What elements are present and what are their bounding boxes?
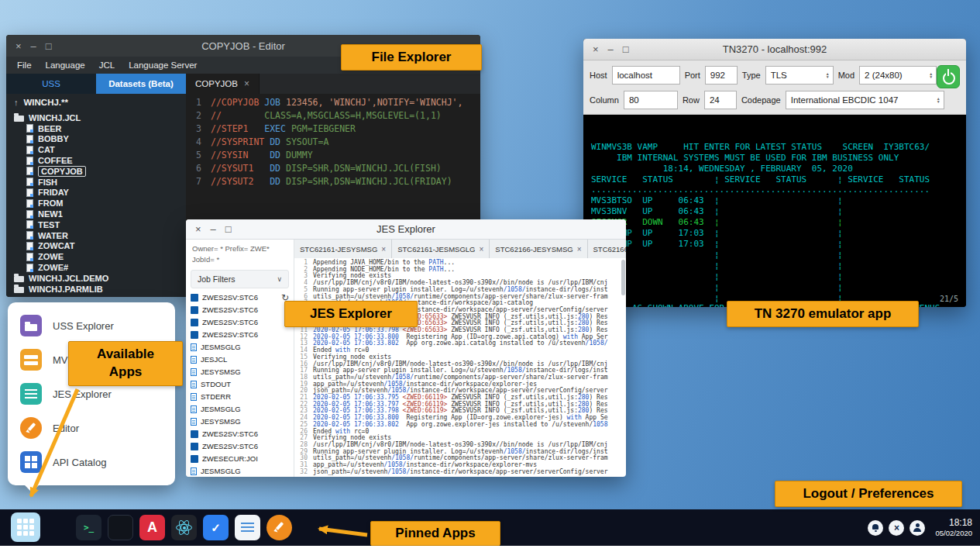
react-sample-app[interactable] bbox=[171, 515, 197, 540]
jes-tab-stc62161-jesysmsg[interactable]: STC62161-JESYSMSG× bbox=[294, 240, 392, 258]
jes-titlebar[interactable]: × – □ JES Explorer bbox=[186, 219, 626, 240]
close-icon[interactable]: × bbox=[195, 223, 201, 235]
jes-spool-item[interactable]: STDERR bbox=[186, 391, 294, 403]
menu-jcl[interactable]: JCL bbox=[93, 60, 121, 70]
tab-datasets-beta[interactable]: Datasets (Beta) bbox=[96, 74, 186, 94]
tree-folder-winchj-jcl[interactable]: WINCHJ.JCL bbox=[6, 112, 186, 123]
tree-folder-winchj-jcl-demo[interactable]: WINCHJ.JCL.DEMO bbox=[6, 273, 186, 284]
jes-spool-item[interactable]: JESYSMSG bbox=[186, 366, 294, 378]
maximize-icon[interactable]: □ bbox=[225, 223, 232, 235]
tree-label: WATER bbox=[38, 231, 68, 240]
jes-spool-item[interactable]: JESMSGLG bbox=[186, 465, 294, 477]
jes-job-item[interactable]: ZWES2SV:STC6↻ bbox=[186, 292, 294, 304]
jes-job-item[interactable]: ZWES2SV:STC6 bbox=[186, 329, 294, 341]
menu-file[interactable]: File bbox=[11, 60, 38, 70]
jes-job-item[interactable]: ZWES2SV:STC6 bbox=[186, 316, 294, 329]
workflows-app[interactable] bbox=[235, 515, 260, 540]
jes-spool-item[interactable]: JESMSGLG bbox=[186, 403, 294, 416]
jes-row-label: ZWESECUR:JOI bbox=[202, 454, 258, 463]
job-icon bbox=[191, 319, 198, 326]
app-tray-item-api-catalog[interactable]: API Catalog bbox=[8, 445, 175, 479]
menu-language-server[interactable]: Language Server bbox=[122, 60, 203, 70]
job-output-viewer[interactable]: 1Appending JAVA_HOME/bin to the PATH...2… bbox=[294, 258, 626, 477]
vt-terminal-app[interactable] bbox=[108, 515, 133, 540]
dataset-tree: WINCHJ.JCLBEERBOBBYCATCOFFEECOPYJOBFISHF… bbox=[6, 111, 186, 297]
close-icon[interactable]: × bbox=[15, 40, 22, 52]
tree-label: ZOWE bbox=[38, 252, 64, 261]
logout-button[interactable]: × bbox=[889, 520, 904, 536]
tn-codepage-select[interactable]: International EBCDIC 1047▲▼ bbox=[786, 91, 944, 109]
file-icon bbox=[26, 124, 33, 133]
minimize-icon[interactable]: – bbox=[211, 223, 216, 235]
tree-file-copyjob[interactable]: COPYJOB bbox=[6, 166, 186, 177]
angular-sample-app[interactable]: A bbox=[139, 515, 165, 540]
tn-mod-select[interactable]: 2 (24x80)▲▼ bbox=[859, 66, 937, 85]
dataset-filter[interactable]: ↑ WINCHJ.** bbox=[6, 94, 186, 111]
tree-file-zowe[interactable]: ZOWE# bbox=[6, 262, 186, 273]
tree-file-cat[interactable]: CAT bbox=[6, 144, 186, 155]
tab-uss[interactable]: USS bbox=[6, 74, 96, 94]
menu-language[interactable]: Language bbox=[40, 60, 91, 70]
tree-file-new1[interactable]: NEW1 bbox=[6, 209, 186, 219]
tree-file-water[interactable]: WATER bbox=[6, 230, 186, 241]
file-icon bbox=[26, 157, 33, 165]
minimize-icon[interactable]: – bbox=[31, 40, 36, 52]
tn-row-input[interactable] bbox=[704, 91, 737, 109]
notifications-button[interactable] bbox=[868, 520, 883, 536]
power-button[interactable] bbox=[937, 65, 960, 88]
tree-file-bobby[interactable]: BOBBY bbox=[6, 134, 186, 145]
jes-job-item[interactable]: ZWES2SV:STC6 bbox=[186, 440, 294, 453]
jes-window-title: JES Explorer bbox=[186, 223, 626, 235]
api-catalog-icon bbox=[20, 451, 42, 473]
tree-file-beer[interactable]: BEER bbox=[6, 123, 186, 134]
close-tab-icon[interactable]: × bbox=[480, 245, 484, 254]
code-editor[interactable]: 1//COPYJOB JOB 123456, 'WINCHJ',NOTIFY='… bbox=[186, 94, 480, 188]
editor-tab-copyjob[interactable]: COPYJOB × bbox=[186, 74, 260, 94]
preferences-button[interactable] bbox=[910, 520, 925, 536]
scrollbar[interactable] bbox=[621, 260, 625, 295]
jes-tab-stc62161-jesmsglg[interactable]: STC62161-JESMSGLG× bbox=[392, 240, 490, 258]
log-line: 32json_path=/u/stevenh/1058/instance-dir… bbox=[294, 469, 626, 476]
jes-job-item[interactable]: ZWESECUR:JOI bbox=[186, 453, 294, 465]
jes-spool-item[interactable]: JESJCL bbox=[186, 354, 294, 366]
app-tray-item-editor[interactable]: Editor bbox=[8, 411, 175, 445]
tn3270-terminal[interactable]: WINMVS3B VAMP HIT ENTER FOR LATEST STATU… bbox=[583, 115, 966, 307]
jes-spool-item[interactable]: JESYSMSG bbox=[186, 416, 294, 428]
minimize-icon[interactable]: – bbox=[608, 43, 614, 55]
tree-file-zowe[interactable]: ZOWE bbox=[6, 251, 186, 262]
tree-folder-winchj-parmlib[interactable]: WINCHJ.PARMLIB bbox=[6, 284, 186, 295]
jes-tab-stc62166-jesysmsg[interactable]: STC62166-JESYSMSG× bbox=[490, 240, 587, 258]
tree-file-fish[interactable]: FISH bbox=[6, 177, 186, 188]
tn3270-terminal-app[interactable]: >_ bbox=[76, 515, 101, 540]
jes-jobid: JobId= * bbox=[192, 254, 287, 265]
jes-row-label: STDERR bbox=[201, 392, 231, 401]
tree-file-friday[interactable]: FRIDAY bbox=[6, 188, 186, 198]
jes-job-item[interactable]: ZWES2SV:STC6 bbox=[186, 428, 294, 440]
close-tab-icon[interactable]: × bbox=[381, 245, 386, 254]
editor-app[interactable] bbox=[266, 515, 292, 540]
tn-type-select[interactable]: TLS▲▼ bbox=[765, 66, 834, 85]
close-tab-icon[interactable]: × bbox=[577, 245, 582, 254]
close-icon[interactable]: × bbox=[593, 43, 599, 55]
jes-job-item[interactable]: ZWES2SV:STC6 bbox=[186, 304, 294, 316]
callout-logout-preferences: Logout / Preferences bbox=[775, 481, 962, 507]
mvs-explorer-icon bbox=[20, 349, 42, 371]
tree-file-from[interactable]: FROM bbox=[6, 198, 186, 209]
tn-column-input[interactable] bbox=[624, 91, 678, 109]
job-filters-dropdown[interactable]: Job Filters ∨ bbox=[191, 270, 289, 288]
tree-file-coffee[interactable]: COFFEE bbox=[6, 155, 186, 166]
tree-file-test[interactable]: TEST bbox=[6, 219, 186, 230]
jes-tab-stc62166-jesm[interactable]: STC62166-JESM× bbox=[588, 240, 626, 258]
tn3270-titlebar[interactable]: × – □ TN3270 - localhost:992 bbox=[583, 39, 966, 60]
jes-spool-item[interactable]: STDOUT bbox=[186, 378, 294, 391]
tree-file-zowcat[interactable]: ZOWCAT bbox=[6, 241, 186, 252]
tn-port-input[interactable] bbox=[705, 66, 738, 85]
jes-spool-item[interactable]: JESMSGLG bbox=[186, 341, 294, 354]
maximize-icon[interactable]: □ bbox=[623, 43, 629, 55]
tn-host-input[interactable] bbox=[612, 66, 680, 85]
app-tray-item-uss-explorer[interactable]: USS Explorer bbox=[8, 309, 175, 343]
start-button[interactable] bbox=[11, 512, 40, 542]
tasks-sample-app[interactable]: ✓ bbox=[203, 515, 229, 540]
maximize-icon[interactable]: □ bbox=[46, 40, 52, 52]
close-tab-icon[interactable]: × bbox=[244, 78, 249, 89]
